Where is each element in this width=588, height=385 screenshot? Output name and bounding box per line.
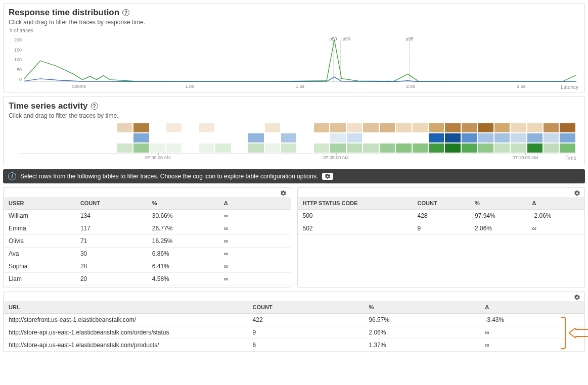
heatmap-cell[interactable] (413, 123, 428, 132)
heatmap-cell[interactable] (133, 123, 149, 132)
heatmap-cell[interactable] (527, 143, 542, 153)
heatmap-cell[interactable] (494, 143, 510, 153)
column-header[interactable]: Δ (480, 301, 584, 314)
heatmap-cell[interactable] (166, 123, 182, 132)
heatmap-cell[interactable] (248, 123, 263, 132)
heatmap-cell[interactable] (314, 123, 329, 132)
heatmap-cell[interactable] (84, 143, 100, 153)
heatmap-cell[interactable] (445, 133, 460, 142)
heatmap-cell[interactable] (560, 133, 575, 142)
heatmap-cell[interactable] (117, 133, 132, 142)
heatmap-cell[interactable] (68, 133, 83, 142)
heatmap-cell[interactable] (101, 123, 116, 132)
heatmap-cell[interactable] (544, 143, 559, 153)
heatmap-cell[interactable] (380, 143, 395, 153)
gear-icon[interactable] (574, 294, 580, 302)
heatmap-cell[interactable] (35, 143, 50, 153)
heatmap-cell[interactable] (544, 123, 559, 132)
column-header[interactable]: COUNT (75, 197, 147, 210)
heatmap-cell[interactable] (429, 133, 444, 142)
heatmap-cell[interactable] (297, 133, 312, 142)
heatmap-cell[interactable] (560, 123, 575, 132)
heatmap-cell[interactable] (347, 143, 362, 153)
table-row[interactable]: Olivia7116.25%∞ (4, 235, 291, 248)
gear-icon[interactable] (322, 173, 333, 180)
column-header[interactable]: COUNT (413, 197, 470, 210)
heatmap-cell[interactable] (527, 133, 542, 142)
heatmap-cell[interactable] (68, 123, 83, 132)
heatmap-cell[interactable] (445, 143, 460, 153)
table-row[interactable]: http://store-api.us-east-1.elasticbeanst… (4, 339, 584, 352)
heatmap-cell[interactable] (511, 123, 526, 132)
heatmap-cell[interactable] (363, 123, 378, 132)
column-header[interactable]: % (470, 197, 527, 210)
heatmap-cell[interactable] (445, 123, 460, 132)
heatmap-cell[interactable] (19, 123, 34, 132)
gear-icon[interactable] (574, 190, 580, 198)
heatmap-cell[interactable] (166, 143, 182, 153)
heatmap-cell[interactable] (232, 123, 247, 132)
heatmap-cell[interactable] (330, 123, 345, 132)
heatmap-cell[interactable] (101, 133, 116, 142)
table-row[interactable]: Emma11726.77%∞ (4, 222, 291, 235)
heatmap-cell[interactable] (347, 123, 362, 132)
heatmap-cell[interactable] (478, 123, 493, 132)
heatmap-cell[interactable] (494, 123, 510, 132)
heatmap-cell[interactable] (494, 133, 510, 142)
heatmap-cell[interactable] (166, 133, 182, 142)
heatmap-cell[interactable] (314, 143, 329, 153)
heatmap-cell[interactable] (232, 143, 247, 153)
table-row[interactable]: Liam204.58%∞ (4, 273, 291, 285)
heatmap-cell[interactable] (84, 133, 100, 142)
heatmap-cell[interactable] (84, 123, 100, 132)
heatmap-cell[interactable] (183, 133, 198, 142)
heatmap-cell[interactable] (199, 133, 214, 142)
table-row[interactable]: 50042897.94%-2.06% (298, 210, 585, 222)
column-header[interactable]: COUNT (248, 301, 364, 314)
heatmap-cell[interactable] (248, 143, 263, 153)
table-row[interactable]: Ava306.86%∞ (4, 248, 291, 260)
table-row[interactable]: William13430.66%∞ (4, 210, 291, 222)
heatmap-cell[interactable] (478, 143, 493, 153)
heatmap-cell[interactable] (68, 143, 83, 153)
heatmap-cell[interactable] (544, 133, 559, 142)
column-header[interactable]: % (147, 197, 219, 210)
heatmap-cell[interactable] (52, 123, 67, 132)
heatmap-cell[interactable] (297, 123, 312, 132)
response-time-chart[interactable]: 200 150 100 50 0 p50 p90 p95 500ms 1.0s … (9, 33, 579, 89)
heatmap-cell[interactable] (133, 143, 149, 153)
heatmap-cell[interactable] (363, 133, 378, 142)
table-row[interactable]: Sophia286.41%∞ (4, 260, 291, 273)
user-table-scroll[interactable]: USERCOUNT%Δ William13430.66%∞Emma11726.7… (4, 197, 291, 287)
table-row[interactable]: test143.20%-96.80% (4, 285, 291, 287)
heatmap-cell[interactable] (297, 143, 312, 153)
heatmap-cell[interactable] (281, 133, 296, 142)
help-icon[interactable]: ? (91, 103, 98, 110)
heatmap-cell[interactable] (265, 133, 280, 142)
heatmap-cell[interactable] (396, 123, 411, 132)
heatmap-cell[interactable] (150, 133, 165, 142)
help-icon[interactable]: ? (122, 9, 129, 16)
heatmap-cell[interactable] (150, 123, 165, 132)
heatmap-cell[interactable] (462, 123, 477, 132)
column-header[interactable]: HTTP STATUS CODE (298, 197, 413, 210)
heatmap-cell[interactable] (52, 133, 67, 142)
table-row[interactable]: 50292.06%∞ (298, 222, 585, 235)
heatmap-cell[interactable] (150, 143, 165, 153)
heatmap-cell[interactable] (314, 133, 329, 142)
heatmap-cell[interactable] (347, 133, 362, 142)
heatmap-cell[interactable] (183, 143, 198, 153)
heatmap-cell[interactable] (527, 123, 542, 132)
heatmap-cell[interactable] (363, 143, 378, 153)
heatmap-cell[interactable] (232, 133, 247, 142)
time-series-heatmap[interactable]: 07:00:00 AM 07:05:00 AM 07:10:00 AM Time (9, 121, 579, 162)
heatmap-cell[interactable] (281, 123, 296, 132)
column-header[interactable]: USER (4, 197, 75, 210)
heatmap-cell[interactable] (215, 133, 231, 142)
heatmap-cell[interactable] (265, 143, 280, 153)
heatmap-cell[interactable] (215, 143, 231, 153)
table-row[interactable]: http://store-api.us-east-1.elasticbeanst… (4, 326, 584, 339)
heatmap-cell[interactable] (330, 133, 345, 142)
column-header[interactable]: URL (4, 301, 248, 314)
heatmap-cell[interactable] (199, 143, 214, 153)
